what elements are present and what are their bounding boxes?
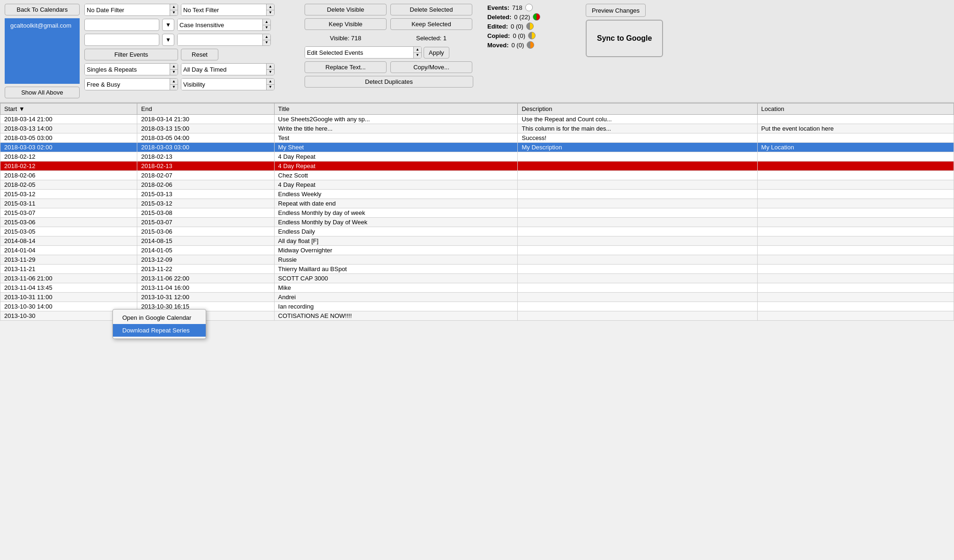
table-row[interactable]: 2018-03-13 14:002018-03-13 15:00Write th… xyxy=(0,124,954,133)
delete-visible-button[interactable]: Delete Visible xyxy=(305,4,387,15)
events-table: Start ▼ End Title Description Location 2… xyxy=(0,103,954,321)
back-to-calendars-button[interactable]: Back To Calendars xyxy=(5,4,80,15)
table-row[interactable]: 2018-02-062018-02-07Chez Scott xyxy=(0,171,954,180)
filter-events-button[interactable]: Filter Events xyxy=(84,49,178,60)
free-busy-dropdown[interactable]: Free & Busy xyxy=(85,79,170,90)
free-busy-select[interactable]: Free & Busy ▲ ▼ xyxy=(84,78,178,90)
moved-indicator xyxy=(527,41,534,49)
case-filter-up[interactable]: ▲ xyxy=(263,19,270,25)
text-filter-up[interactable]: ▲ xyxy=(267,4,274,10)
table-cell-0: 2018-02-12 xyxy=(0,162,137,171)
table-row[interactable]: 2015-03-072015-03-08Endless Monthly by d… xyxy=(0,208,954,218)
text-filter-down[interactable]: ▼ xyxy=(267,10,274,16)
table-row[interactable]: 2013-11-212013-11-22Thierry Maillard au … xyxy=(0,265,954,274)
table-cell-1: 2018-03-03 03:00 xyxy=(137,143,274,152)
date-filter-select[interactable]: No Date Filter ▲ ▼ xyxy=(84,4,178,16)
col-end[interactable]: End xyxy=(137,103,274,115)
text-filter-dropdown[interactable]: No Text Filter xyxy=(181,4,266,15)
replace-text-button[interactable]: Replace Text... xyxy=(305,61,387,73)
case-filter-dropdown[interactable]: Case Insensitive xyxy=(178,19,262,30)
apply-button[interactable]: Apply xyxy=(424,47,449,59)
table-cell-1: 2018-02-07 xyxy=(137,171,274,180)
visibility-select[interactable]: Visibility ▲ ▼ xyxy=(181,78,275,90)
table-row[interactable]: 2013-11-06 21:002013-11-06 22:00SCOTT CA… xyxy=(0,274,954,283)
sync-to-google-button[interactable]: Sync to Google xyxy=(586,20,663,57)
field-filter-dropdown[interactable] xyxy=(178,34,262,45)
edit-selected-events-dropdown[interactable]: Edit Selected Events xyxy=(305,47,413,58)
table-row[interactable]: 2018-03-03 02:002018-03-03 03:00My Sheet… xyxy=(0,143,954,152)
field-filter-select[interactable]: ▲ ▼ xyxy=(177,34,271,46)
table-cell-0: 2018-02-12 xyxy=(0,152,137,162)
show-all-above-button[interactable]: Show All Above xyxy=(5,87,80,98)
table-cell-2: Endless Daily xyxy=(274,227,518,236)
singles-down[interactable]: ▼ xyxy=(170,70,178,75)
edit-down[interactable]: ▼ xyxy=(414,53,421,59)
filter-input-1[interactable] xyxy=(84,19,159,31)
date-filter-dropdown[interactable]: No Date Filter xyxy=(85,4,170,15)
table-row[interactable]: 2018-02-122018-02-134 Day Repeat xyxy=(0,152,954,162)
free-busy-down[interactable]: ▼ xyxy=(170,85,178,90)
table-cell-2: Russie xyxy=(274,255,518,265)
table-row[interactable]: 2013-11-04 13:452013-11-04 16:00Mike xyxy=(0,283,954,293)
filter-input-2[interactable] xyxy=(84,34,159,46)
col-title[interactable]: Title xyxy=(274,103,518,115)
table-row[interactable]: 2013-10-31 11:002013-10-31 12:00Andrei xyxy=(0,293,954,302)
visibility-dropdown[interactable]: Visibility xyxy=(181,79,266,90)
col-start[interactable]: Start ▼ xyxy=(0,103,137,115)
table-row[interactable]: 2014-08-142014-08-15All day float [F] xyxy=(0,236,954,246)
table-row[interactable]: 2013-11-292013-12-09Russie xyxy=(0,255,954,265)
context-menu-item-open[interactable]: Open in Google Calendar xyxy=(113,311,206,324)
singles-up[interactable]: ▲ xyxy=(170,64,178,70)
table-row[interactable]: 2018-02-122018-02-134 Day Repeat xyxy=(0,162,954,171)
detect-duplicates-button[interactable]: Detect Duplicates xyxy=(305,76,473,88)
col-location[interactable]: Location xyxy=(757,103,954,115)
table-row[interactable]: 2018-03-05 03:002018-03-05 04:00TestSucc… xyxy=(0,133,954,143)
table-row[interactable]: 2015-03-062015-03-07Endless Monthly by D… xyxy=(0,218,954,227)
singles-repeats-dropdown[interactable]: Singles & Repeats xyxy=(85,64,170,75)
case-filter-select[interactable]: Case Insensitive ▲ ▼ xyxy=(177,19,271,31)
visibility-down[interactable]: ▼ xyxy=(267,85,274,90)
table-cell-4: My Location xyxy=(757,143,954,152)
allday-timed-dropdown[interactable]: All Day & Timed xyxy=(181,64,266,75)
visibility-up[interactable]: ▲ xyxy=(267,79,274,85)
table-cell-3 xyxy=(518,199,757,208)
filter-dropdown-btn-2[interactable]: ▼ xyxy=(162,34,174,46)
deleted-label: Deleted: xyxy=(487,14,511,21)
table-row[interactable]: 2015-03-122015-03-13Endless Weekly xyxy=(0,190,954,199)
table-row[interactable]: 2015-03-052015-03-06Endless Daily xyxy=(0,227,954,236)
field-filter-up[interactable]: ▲ xyxy=(263,34,270,40)
context-menu-item-download[interactable]: Download Repeat Series xyxy=(113,324,206,337)
text-filter-select[interactable]: No Text Filter ▲ ▼ xyxy=(181,4,275,16)
account-item[interactable]: gcaltoolkit@gmail.com xyxy=(8,21,76,30)
table-cell-2: Repeat with date end xyxy=(274,199,518,208)
account-list[interactable]: gcaltoolkit@gmail.com xyxy=(5,18,80,84)
allday-up[interactable]: ▲ xyxy=(267,64,274,70)
allday-down[interactable]: ▼ xyxy=(267,70,274,75)
table-row[interactable]: 2014-01-042014-01-05Midway Overnighter xyxy=(0,246,954,255)
table-row[interactable]: 2018-02-052018-02-064 Day Repeat xyxy=(0,180,954,190)
delete-selected-button[interactable]: Delete Selected xyxy=(390,4,472,15)
free-busy-up[interactable]: ▲ xyxy=(170,79,178,85)
col-description[interactable]: Description xyxy=(518,103,757,115)
date-filter-up[interactable]: ▲ xyxy=(170,4,178,10)
field-filter-down[interactable]: ▼ xyxy=(263,40,270,46)
table-cell-1: 2014-08-15 xyxy=(137,236,274,246)
edit-up[interactable]: ▲ xyxy=(414,47,421,53)
keep-selected-button[interactable]: Keep Selected xyxy=(390,18,472,30)
reset-button[interactable]: Reset xyxy=(181,49,218,60)
table-cell-0: 2015-03-11 xyxy=(0,199,137,208)
edit-selected-events-select[interactable]: Edit Selected Events ▲ ▼ xyxy=(305,46,422,59)
keep-visible-button[interactable]: Keep Visible xyxy=(305,18,387,30)
table-row[interactable]: 2018-03-14 21:002018-03-14 21:30Use Shee… xyxy=(0,115,954,124)
preview-changes-button[interactable]: Preview Changes xyxy=(586,4,646,17)
toolbar: Back To Calendars gcaltoolkit@gmail.com … xyxy=(0,0,954,103)
table-cell-3 xyxy=(518,311,757,321)
copy-move-button[interactable]: Copy/Move... xyxy=(390,61,472,73)
table-row[interactable]: 2015-03-112015-03-12Repeat with date end xyxy=(0,199,954,208)
case-filter-down[interactable]: ▼ xyxy=(263,25,270,31)
filter-dropdown-btn-1[interactable]: ▼ xyxy=(162,19,174,31)
allday-timed-select[interactable]: All Day & Timed ▲ ▼ xyxy=(181,63,275,75)
date-filter-down[interactable]: ▼ xyxy=(170,10,178,16)
table-body: 2018-03-14 21:002018-03-14 21:30Use Shee… xyxy=(0,115,954,321)
singles-repeats-select[interactable]: Singles & Repeats ▲ ▼ xyxy=(84,63,178,75)
